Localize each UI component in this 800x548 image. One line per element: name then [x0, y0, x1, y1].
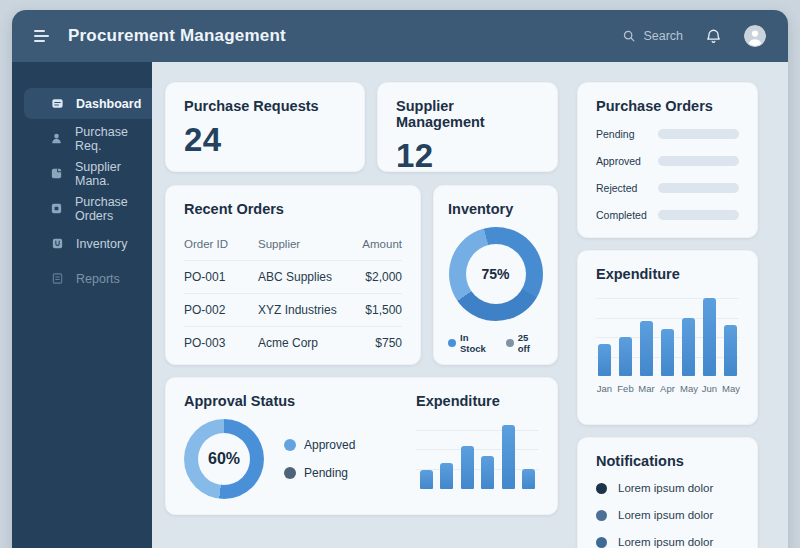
purchase-orders-bars: Pending Approved Rejected Completed: [596, 128, 739, 221]
bar-track: [658, 129, 739, 139]
legend-item: 25 off: [506, 332, 543, 354]
bar-label: Rejected: [596, 182, 650, 194]
approval-legend: Approved Pending: [284, 438, 355, 480]
gridline: [596, 298, 739, 299]
legend-label: In Stock: [460, 332, 497, 354]
legend-item: Pending: [284, 466, 355, 480]
menu-icon[interactable]: [34, 30, 50, 42]
notification-text: Lorem ipsum dolor: [618, 509, 713, 521]
approval-status-card: Approval Status 60% Approved: [165, 377, 558, 515]
app-title: Procurement Management: [68, 26, 286, 46]
x-tick-label: Mar: [638, 383, 655, 394]
notification-dot: [596, 537, 607, 548]
sidebar-item-purchase-orders[interactable]: Purchase Orders: [24, 193, 152, 224]
approval-status-section: Approval Status 60% Approved: [184, 393, 416, 499]
user-avatar[interactable]: [744, 25, 766, 47]
order-id-cell: PO-003: [184, 336, 258, 350]
purchase-requests-count: 24: [184, 121, 346, 159]
x-tick-label: May: [722, 383, 739, 394]
x-tick-label: Jan: [596, 383, 613, 394]
table-row: PO-002 XYZ Industries $1,500: [184, 293, 402, 326]
bar: [724, 325, 737, 376]
bar: [461, 446, 474, 489]
expenditure-card: Expenditure: [577, 250, 758, 425]
x-tick-label: Apr: [659, 383, 676, 394]
sidebar-item-label: Purchase Orders: [75, 195, 152, 223]
legend-dot: [448, 339, 456, 347]
card-title: Expenditure: [596, 266, 739, 282]
header-actions: Search: [622, 25, 766, 47]
amount-cell: $1,500: [340, 303, 402, 317]
x-tick-label: May: [680, 383, 697, 394]
gridline: [416, 469, 539, 470]
notifications-list: Lorem ipsum dolor Lorem ipsum dolor Lore…: [596, 482, 739, 548]
legend-dot: [284, 467, 296, 479]
sidebar-item-purchase-req[interactable]: Purchase Req.: [24, 123, 152, 154]
bar: [703, 298, 716, 376]
card-title: Supplier Management: [396, 98, 539, 130]
expenditure-bar-chart: [596, 298, 739, 376]
column-header: Amount: [340, 238, 402, 250]
bell-icon[interactable]: [705, 28, 722, 45]
legend-label: Pending: [304, 466, 348, 480]
bar: [598, 344, 611, 376]
mini-expenditure-bar-chart: [416, 425, 539, 489]
bar: [640, 321, 653, 376]
inventory-donut-chart: 75%: [449, 227, 543, 321]
supplier-icon: [50, 167, 63, 180]
status-bar-row: Approved: [596, 155, 739, 167]
donut-center-label: 60%: [198, 433, 250, 485]
legend-item: In Stock: [448, 332, 497, 354]
bar-label: Completed: [596, 209, 650, 221]
recent-orders-table: Order ID Supplier Amount PO-001 ABC Supp…: [184, 227, 402, 359]
x-tick-label: Feb: [617, 383, 634, 394]
status-bar-row: Completed: [596, 209, 739, 221]
supplier-cell: Acme Corp: [258, 336, 340, 350]
reports-icon: [50, 272, 64, 285]
orders-icon: [50, 202, 63, 215]
bar: [619, 337, 632, 376]
column-header: Order ID: [184, 238, 258, 250]
supplier-management-count: 12: [396, 137, 539, 175]
column-header: Supplier: [258, 238, 340, 250]
legend-item: Approved: [284, 438, 355, 452]
bar: [661, 329, 674, 376]
bar-track: [658, 183, 739, 193]
app-body: Dashboard Purchase Req. Supplier Mana.: [12, 62, 788, 548]
bar: [420, 470, 433, 489]
supplier-cell: XYZ Industries: [258, 303, 340, 317]
inventory-legend: In Stock 25 off: [448, 332, 543, 354]
supplier-management-card: Supplier Management 12: [377, 82, 558, 172]
gridline: [416, 430, 539, 431]
sidebar-item-label: Purchase Req.: [75, 125, 152, 153]
notification-dot: [596, 483, 607, 494]
bar: [682, 318, 695, 377]
user-icon: [50, 132, 63, 145]
notification-item: Lorem ipsum dolor: [596, 536, 739, 548]
legend-label: Approved: [304, 438, 355, 452]
search-label: Search: [643, 29, 683, 43]
gridline: [596, 318, 739, 319]
card-title: Inventory: [448, 201, 543, 217]
card-title: Expenditure: [416, 393, 539, 409]
status-bar-row: Rejected: [596, 182, 739, 194]
supplier-cell: ABC Supplies: [258, 270, 340, 284]
bar-label: Pending: [596, 128, 650, 140]
search-button[interactable]: Search: [622, 29, 683, 43]
inventory-card: Inventory 75% In Stock 25 off: [433, 185, 558, 365]
sidebar-item-reports[interactable]: Reports: [24, 263, 152, 294]
status-bar-row: Pending: [596, 128, 739, 140]
table-row: PO-003 Acme Corp $750: [184, 326, 402, 359]
notification-item: Lorem ipsum dolor: [596, 482, 739, 494]
sidebar-item-inventory[interactable]: Inventory: [24, 228, 152, 259]
sidebar-item-supplier-mana[interactable]: Supplier Mana.: [24, 158, 152, 189]
bar-label: Approved: [596, 155, 650, 167]
order-id-cell: PO-002: [184, 303, 258, 317]
table-header-row: Order ID Supplier Amount: [184, 227, 402, 260]
sidebar-item-dashboard[interactable]: Dashboard: [24, 88, 152, 119]
sidebar-item-label: Reports: [76, 272, 120, 286]
gridline: [416, 449, 539, 450]
legend-dot: [284, 439, 296, 451]
legend-dot: [506, 339, 514, 347]
sidebar-item-label: Inventory: [76, 237, 127, 251]
